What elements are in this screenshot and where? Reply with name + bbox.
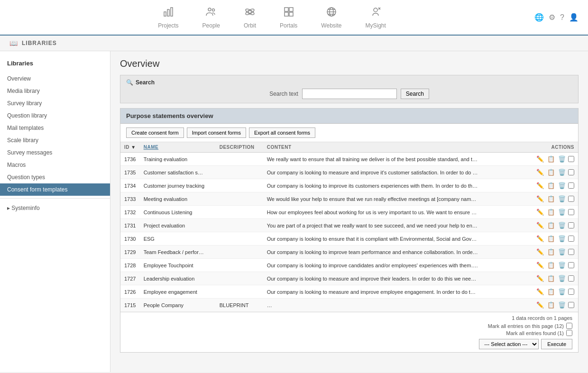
nav-portals[interactable]: Portals bbox=[277, 1, 300, 34]
sidebar-item-media-library[interactable]: Media library bbox=[0, 85, 110, 97]
row-select-checkbox[interactable] bbox=[568, 222, 574, 228]
col-name-link[interactable]: NAME bbox=[144, 145, 158, 150]
col-header-id[interactable]: ID ▼ bbox=[120, 142, 140, 153]
edit-icon[interactable]: ✏️ bbox=[535, 208, 545, 216]
sidebar-item-overview[interactable]: Overview bbox=[0, 73, 110, 85]
table-row: 1726 Employee engagement Our company is … bbox=[120, 285, 578, 299]
copy-icon[interactable]: 📋 bbox=[546, 155, 556, 163]
delete-icon[interactable]: 🗑️ bbox=[557, 274, 567, 282]
sidebar-item-question-types[interactable]: Question types bbox=[0, 171, 110, 183]
sidebar-item-scale-library[interactable]: Scale library bbox=[0, 134, 110, 146]
delete-icon[interactable]: 🗑️ bbox=[557, 221, 567, 229]
row-select-checkbox[interactable] bbox=[568, 236, 574, 242]
delete-icon[interactable]: 🗑️ bbox=[557, 261, 567, 269]
delete-icon[interactable]: 🗑️ bbox=[557, 155, 567, 163]
cell-name: Customer journey tracking bbox=[140, 179, 216, 192]
cell-id: 1715 bbox=[120, 299, 140, 312]
sidebar-item-consent-form-templates[interactable]: Consent form templates bbox=[0, 183, 110, 196]
cell-content: You are part of a project that we really… bbox=[263, 219, 532, 232]
delete-icon[interactable]: 🗑️ bbox=[557, 288, 567, 296]
cell-description bbox=[216, 219, 263, 232]
table-row: 1730 ESG Our company is looking to ensur… bbox=[120, 232, 578, 246]
cell-description bbox=[216, 192, 263, 206]
edit-icon[interactable]: ✏️ bbox=[535, 274, 545, 282]
copy-icon[interactable]: 📋 bbox=[546, 288, 556, 296]
search-button[interactable]: Search bbox=[401, 89, 429, 99]
search-input[interactable] bbox=[302, 89, 397, 99]
edit-icon[interactable]: ✏️ bbox=[535, 195, 545, 203]
copy-icon[interactable]: 📋 bbox=[546, 221, 556, 229]
edit-icon[interactable]: ✏️ bbox=[535, 301, 545, 309]
sidebar-systeminfo[interactable]: Systeminfo bbox=[0, 201, 110, 215]
edit-icon[interactable]: ✏️ bbox=[535, 248, 545, 256]
export-consent-forms-button[interactable]: Export all consent forms bbox=[249, 127, 315, 138]
footer-actions: --- Select action --- Execute bbox=[126, 339, 572, 349]
edit-icon[interactable]: ✏️ bbox=[535, 155, 545, 163]
globe-icon[interactable]: 🌐 bbox=[534, 13, 544, 22]
cell-name: Employee Touchpoint bbox=[140, 259, 216, 272]
delete-icon[interactable]: 🗑️ bbox=[557, 248, 567, 256]
svg-rect-8 bbox=[285, 8, 288, 11]
delete-icon[interactable]: 🗑️ bbox=[557, 301, 567, 309]
delete-icon[interactable]: 🗑️ bbox=[557, 195, 567, 203]
copy-icon[interactable]: 📋 bbox=[546, 182, 556, 190]
sidebar-item-question-library[interactable]: Question library bbox=[0, 109, 110, 122]
import-consent-forms-button[interactable]: Import consent forms bbox=[187, 127, 246, 138]
copy-icon[interactable]: 📋 bbox=[546, 235, 556, 243]
mark-all-found-checkbox[interactable] bbox=[566, 330, 572, 336]
create-consent-form-button[interactable]: Create consent form bbox=[126, 127, 184, 138]
cell-description bbox=[216, 206, 263, 219]
delete-icon[interactable]: 🗑️ bbox=[557, 208, 567, 216]
select-action-dropdown[interactable]: --- Select action --- bbox=[479, 339, 539, 349]
sidebar-item-macros[interactable]: Macros bbox=[0, 159, 110, 171]
cell-content: Our company is looking to improve its cu… bbox=[263, 179, 532, 192]
delete-icon[interactable]: 🗑️ bbox=[557, 168, 567, 176]
edit-icon[interactable]: ✏️ bbox=[535, 182, 545, 190]
copy-icon[interactable]: 📋 bbox=[546, 168, 556, 176]
edit-icon[interactable]: ✏️ bbox=[535, 235, 545, 243]
user-icon[interactable]: 👤 bbox=[569, 13, 579, 22]
row-select-checkbox[interactable] bbox=[568, 289, 574, 295]
row-select-checkbox[interactable] bbox=[568, 182, 574, 189]
nav-mysight[interactable]: MySight bbox=[363, 1, 388, 34]
sidebar-item-survey-messages[interactable]: Survey messages bbox=[0, 146, 110, 159]
copy-icon[interactable]: 📋 bbox=[546, 274, 556, 282]
edit-icon[interactable]: ✏️ bbox=[535, 168, 545, 176]
edit-icon[interactable]: ✏️ bbox=[535, 221, 545, 229]
sidebar-item-mail-templates[interactable]: Mail templates bbox=[0, 122, 110, 134]
execute-button[interactable]: Execute bbox=[541, 339, 572, 349]
nav-projects[interactable]: Projects bbox=[156, 1, 181, 34]
copy-icon[interactable]: 📋 bbox=[546, 248, 556, 256]
row-select-checkbox[interactable] bbox=[568, 302, 574, 308]
mark-all-found-row: Mark all entries found (1) bbox=[506, 330, 572, 336]
copy-icon[interactable]: 📋 bbox=[546, 301, 556, 309]
row-select-checkbox[interactable] bbox=[568, 209, 574, 215]
row-select-checkbox[interactable] bbox=[568, 156, 574, 162]
edit-icon[interactable]: ✏️ bbox=[535, 261, 545, 269]
row-select-checkbox[interactable] bbox=[568, 196, 574, 202]
cell-content: Our company is looking to improve team p… bbox=[263, 246, 532, 259]
col-header-name[interactable]: NAME bbox=[140, 142, 216, 153]
nav-orbit[interactable]: Orbit bbox=[241, 1, 258, 34]
mark-all-page-checkbox[interactable] bbox=[566, 323, 572, 329]
nav-people[interactable]: People bbox=[200, 1, 222, 34]
help-icon[interactable]: ? bbox=[560, 13, 564, 22]
delete-icon[interactable]: 🗑️ bbox=[557, 182, 567, 190]
sidebar: Libraries Overview Media library Survey … bbox=[0, 51, 110, 372]
cell-actions: ✏️ 📋 🗑️ bbox=[532, 219, 578, 232]
purpose-statements-heading: Purpose statements overview bbox=[120, 109, 578, 124]
svg-rect-11 bbox=[289, 12, 293, 16]
row-select-checkbox[interactable] bbox=[568, 249, 574, 255]
row-select-checkbox[interactable] bbox=[568, 275, 574, 282]
settings-icon[interactable]: ⚙ bbox=[549, 13, 555, 22]
sidebar-item-survey-library[interactable]: Survey library bbox=[0, 97, 110, 109]
delete-icon[interactable]: 🗑️ bbox=[557, 235, 567, 243]
copy-icon[interactable]: 📋 bbox=[546, 195, 556, 203]
row-select-checkbox[interactable] bbox=[568, 262, 574, 268]
edit-icon[interactable]: ✏️ bbox=[535, 288, 545, 296]
copy-icon[interactable]: 📋 bbox=[546, 261, 556, 269]
copy-icon[interactable]: 📋 bbox=[546, 208, 556, 216]
nav-website[interactable]: Website bbox=[319, 1, 344, 34]
row-select-checkbox[interactable] bbox=[568, 169, 574, 175]
nav-mysight-label: MySight bbox=[365, 22, 386, 29]
